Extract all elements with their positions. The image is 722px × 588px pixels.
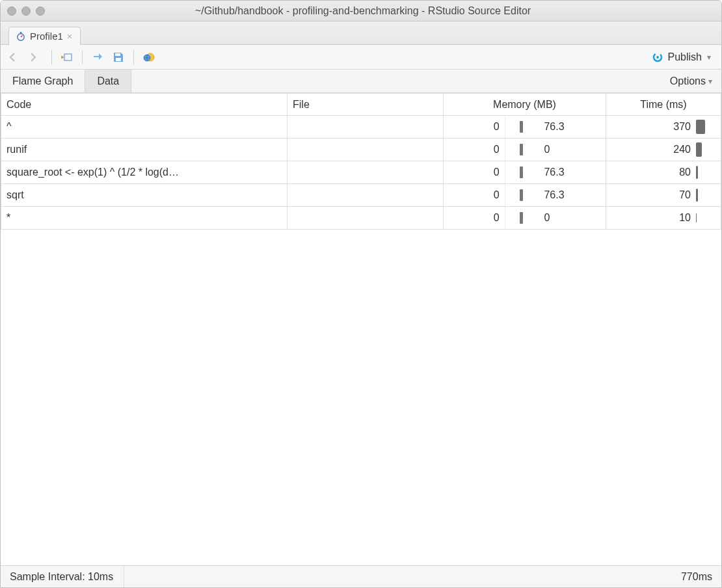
separator xyxy=(51,50,52,64)
publish-icon xyxy=(651,51,664,63)
cell-code: square_root <- exp(1) ^ (1/2 * log(d… xyxy=(1,161,287,184)
tab-label: Profile1 xyxy=(30,31,63,42)
col-time[interactable]: Time (ms) xyxy=(606,94,721,116)
total-time-label: 770ms xyxy=(681,571,712,583)
cell-file xyxy=(287,207,444,230)
tab-data[interactable]: Data xyxy=(85,70,131,92)
svg-rect-7 xyxy=(116,58,121,61)
cell-time: 10 xyxy=(606,207,721,230)
sample-interval-label: Sample Interval: 10ms xyxy=(10,571,113,583)
cell-code: * xyxy=(1,207,287,230)
cell-time: 70 xyxy=(606,184,721,207)
main-toolbar: Publish ▾ xyxy=(1,45,721,70)
table-row[interactable]: sqrt076.370 xyxy=(1,184,721,207)
table-row[interactable]: square_root <- exp(1) ^ (1/2 * log(d…076… xyxy=(1,161,721,184)
cell-memory: 076.3 xyxy=(444,116,606,139)
tab-profile1[interactable]: Profile1 × xyxy=(8,27,81,45)
data-grid[interactable]: Code File Memory (MB) Time (ms) ^076.337… xyxy=(1,93,721,565)
stopwatch-icon xyxy=(16,31,26,42)
cell-file xyxy=(287,184,444,207)
col-memory[interactable]: Memory (MB) xyxy=(444,94,606,116)
table-row[interactable]: *0010 xyxy=(1,207,721,230)
save-button[interactable] xyxy=(110,49,127,66)
svg-point-11 xyxy=(656,56,659,59)
publish-button[interactable]: Publish ▾ xyxy=(647,49,715,65)
gear-globe-button[interactable] xyxy=(140,49,157,66)
cell-time: 370 xyxy=(606,116,721,139)
statusbar: Sample Interval: 10ms 770ms xyxy=(1,565,721,587)
publish-label: Publish xyxy=(668,51,702,63)
svg-rect-1 xyxy=(20,32,22,33)
view-tabbar: Flame Graph Data Options ▾ xyxy=(1,70,721,93)
cell-code: ^ xyxy=(1,116,287,139)
cell-memory: 076.3 xyxy=(444,184,606,207)
separator xyxy=(82,50,83,64)
cell-file xyxy=(287,116,444,139)
dropdown-caret-icon: ▾ xyxy=(708,77,712,86)
svg-rect-4 xyxy=(64,54,72,60)
options-label: Options xyxy=(670,75,706,87)
document-tabbar: Profile1 × xyxy=(1,21,721,45)
cell-file xyxy=(287,139,444,161)
col-code[interactable]: Code xyxy=(1,94,287,116)
cell-time: 240 xyxy=(606,139,721,161)
cell-code: runif xyxy=(1,139,287,161)
titlebar: ~/Github/handbook - profiling-and-benchm… xyxy=(1,1,721,21)
import-button[interactable] xyxy=(89,49,106,66)
separator xyxy=(124,566,124,587)
cell-file xyxy=(287,161,444,184)
table-row[interactable]: runif00240 xyxy=(1,139,721,161)
close-tab-icon[interactable]: × xyxy=(67,31,72,42)
cell-code: sqrt xyxy=(1,184,287,207)
table-row[interactable]: ^076.3370 xyxy=(1,116,721,139)
cell-memory: 00 xyxy=(444,139,606,161)
cell-memory: 00 xyxy=(444,207,606,230)
svg-rect-6 xyxy=(115,53,120,56)
popout-button[interactable] xyxy=(59,49,75,66)
cell-memory: 076.3 xyxy=(444,161,606,184)
tab-flame-graph[interactable]: Flame Graph xyxy=(1,70,85,92)
separator xyxy=(133,50,134,64)
header-row: Code File Memory (MB) Time (ms) xyxy=(1,94,721,116)
forward-button[interactable] xyxy=(28,49,45,66)
window-title: ~/Github/handbook - profiling-and-benchm… xyxy=(11,5,715,17)
col-file[interactable]: File xyxy=(287,94,444,116)
cell-time: 80 xyxy=(606,161,721,184)
dropdown-caret-icon: ▾ xyxy=(707,53,711,62)
back-button[interactable] xyxy=(7,49,24,66)
options-button[interactable]: Options ▾ xyxy=(661,70,721,92)
svg-line-3 xyxy=(21,35,23,37)
